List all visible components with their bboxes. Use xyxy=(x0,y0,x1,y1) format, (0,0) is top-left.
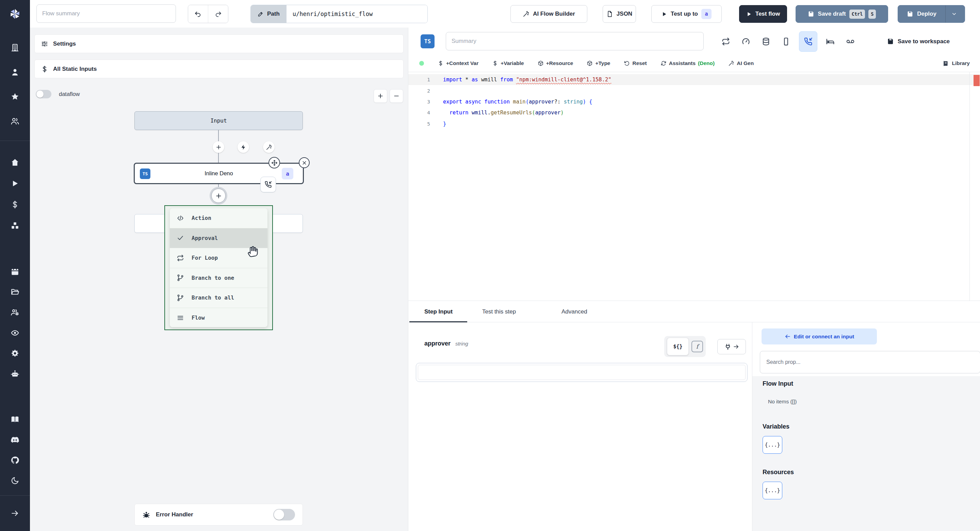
resource-button[interactable]: +Resource xyxy=(538,60,573,66)
approver-value-input[interactable] xyxy=(418,365,746,380)
flow-settings-button[interactable]: Settings xyxy=(34,34,404,53)
repeat-toolbar-button[interactable] xyxy=(719,33,733,50)
code-line-4[interactable]: 4 return wmill.getResumeUrls(approver) xyxy=(408,107,980,118)
save-to-workspace-button[interactable]: Save to workspace xyxy=(887,27,950,55)
edit-path-button[interactable]: Path xyxy=(251,5,286,23)
insert-step-below-button[interactable] xyxy=(211,188,226,203)
menu-item-for-loop[interactable]: For Loop xyxy=(170,248,267,268)
rail-group-links xyxy=(0,411,30,493)
sidebar-collapse-arrow-right[interactable] xyxy=(0,505,30,521)
arrow-right-icon xyxy=(11,509,19,518)
windmill-logo[interactable] xyxy=(0,4,30,24)
editor-scrollbar[interactable] xyxy=(969,72,970,301)
step-summary-input[interactable] xyxy=(446,32,704,50)
dollar-icon xyxy=(11,200,19,209)
library-label: Library xyxy=(952,60,970,66)
sidebar-item-book-open[interactable] xyxy=(0,411,30,427)
flow-input-node[interactable]: Input xyxy=(134,111,303,130)
sidebar-item-settings[interactable] xyxy=(0,345,30,362)
connect-input-button[interactable] xyxy=(717,339,746,354)
json-button[interactable]: JSON xyxy=(603,5,636,23)
trigger-button[interactable] xyxy=(237,141,249,153)
flow-input-section-title: Flow Input xyxy=(762,380,793,387)
sidebar-item-building[interactable] xyxy=(0,40,30,56)
menu-item-flow[interactable]: Flow xyxy=(170,308,267,327)
sidebar-item-users-cog[interactable] xyxy=(0,304,30,321)
menu-item-approval[interactable]: Approval xyxy=(170,228,267,249)
test-up-to-button[interactable]: Test up to a xyxy=(651,5,722,23)
phone-incoming-toolbar-button[interactable] xyxy=(799,31,817,52)
ai-flow-builder-button[interactable]: AI Flow Builder xyxy=(511,5,587,23)
flow-input-empty-text: No items ([]) xyxy=(768,399,797,405)
sidebar-item-folder-open[interactable] xyxy=(0,284,30,300)
flow-summary-input[interactable] xyxy=(37,5,176,23)
menu-item-action[interactable]: Action xyxy=(170,208,267,228)
code-line-1[interactable]: 1import * as wmill from "npm:windmill-cl… xyxy=(408,74,980,85)
sidebar-item-bot[interactable] xyxy=(0,365,30,382)
resources-expand-button[interactable]: {...} xyxy=(762,482,782,499)
close-icon xyxy=(301,160,307,166)
delete-node-button[interactable] xyxy=(299,157,310,168)
graph-zoom-out-button[interactable] xyxy=(390,89,403,103)
menu-item-branch-to-all[interactable]: Branch to all xyxy=(170,288,267,308)
book-open-icon xyxy=(11,415,19,424)
menu-item-branch-to-one[interactable]: Branch to one xyxy=(170,268,267,288)
deploy-dropdown-button[interactable] xyxy=(945,5,963,22)
deploy-button[interactable]: Deploy xyxy=(898,5,965,23)
sliders-icon xyxy=(41,40,48,48)
tab-step-input[interactable]: Step Input xyxy=(424,301,453,323)
static-value-mode-button[interactable]: ${} xyxy=(667,338,689,356)
sidebar-item-moon[interactable] xyxy=(0,472,30,489)
sidebar-item-star[interactable] xyxy=(0,88,30,105)
code-line-2[interactable]: 2 xyxy=(408,85,980,96)
sidebar-item-calendar[interactable] xyxy=(0,263,30,280)
reset-button[interactable]: Reset xyxy=(624,60,646,66)
sidebar-item-users[interactable] xyxy=(0,113,30,129)
code-editor[interactable]: 1import * as wmill from "npm:windmill-cl… xyxy=(408,72,980,301)
library-button[interactable]: Library xyxy=(943,54,970,72)
path-value-input[interactable] xyxy=(286,5,427,23)
sidebar-item-boxes[interactable] xyxy=(0,217,30,234)
all-static-inputs-button[interactable]: All Static Inputs xyxy=(34,59,404,78)
tab-test-this-step[interactable]: Test this step xyxy=(482,301,516,323)
insert-step-button[interactable] xyxy=(213,141,224,153)
javascript-expr-mode-button[interactable]: f xyxy=(692,341,703,352)
sidebar-item-play[interactable] xyxy=(0,175,30,191)
bed-toolbar-button[interactable] xyxy=(823,33,837,50)
deploy-main[interactable]: Deploy xyxy=(900,5,942,22)
sidebar-item-github[interactable] xyxy=(0,452,30,468)
code-line-3[interactable]: 3export async function main(approver?: s… xyxy=(408,96,980,107)
database-toolbar-button[interactable] xyxy=(759,33,773,50)
ai-suggest-button[interactable] xyxy=(263,141,275,153)
type-button[interactable]: +Type xyxy=(587,60,610,66)
assistants-button[interactable]: Assistants(Deno) xyxy=(660,60,714,66)
kbd-ctrl: Ctrl xyxy=(850,10,865,19)
voicemail-toolbar-button[interactable] xyxy=(843,33,858,50)
dataflow-toggle[interactable] xyxy=(36,90,51,98)
sidebar-item-eye[interactable] xyxy=(0,325,30,341)
graph-zoom-in-button[interactable] xyxy=(374,89,387,103)
git-branch-icon xyxy=(177,274,184,282)
gauge-toolbar-button[interactable] xyxy=(739,33,753,50)
sidebar-item-dollar[interactable] xyxy=(0,196,30,213)
error-handler-toggle[interactable] xyxy=(273,509,295,520)
save-draft-button[interactable]: Save draft Ctrl S xyxy=(795,5,888,23)
variable-button[interactable]: +Variable xyxy=(492,60,524,66)
ai-gen-button[interactable]: AI Gen xyxy=(728,60,754,66)
code-line-5[interactable]: 5} xyxy=(408,118,980,129)
test-flow-button[interactable]: Test flow xyxy=(739,5,787,23)
redo-button[interactable] xyxy=(208,5,228,23)
edit-or-connect-back-button[interactable]: Edit or connect an input xyxy=(762,328,877,344)
variables-expand-button[interactable]: {...} xyxy=(762,436,782,454)
sidebar-item-home[interactable] xyxy=(0,154,30,171)
tab-advanced[interactable]: Advanced xyxy=(562,301,587,323)
context-var-button[interactable]: +Context Var xyxy=(438,60,479,66)
sidebar-item-discord[interactable] xyxy=(0,432,30,448)
undo-button[interactable] xyxy=(188,5,208,23)
search-prop-input[interactable] xyxy=(760,351,980,373)
all-static-inputs-label: All Static Inputs xyxy=(53,66,97,72)
move-node-handle[interactable] xyxy=(269,157,280,169)
arrow-right-icon xyxy=(733,343,740,350)
sidebar-item-user[interactable] xyxy=(0,64,30,80)
smartphone-toolbar-button[interactable] xyxy=(779,33,793,50)
